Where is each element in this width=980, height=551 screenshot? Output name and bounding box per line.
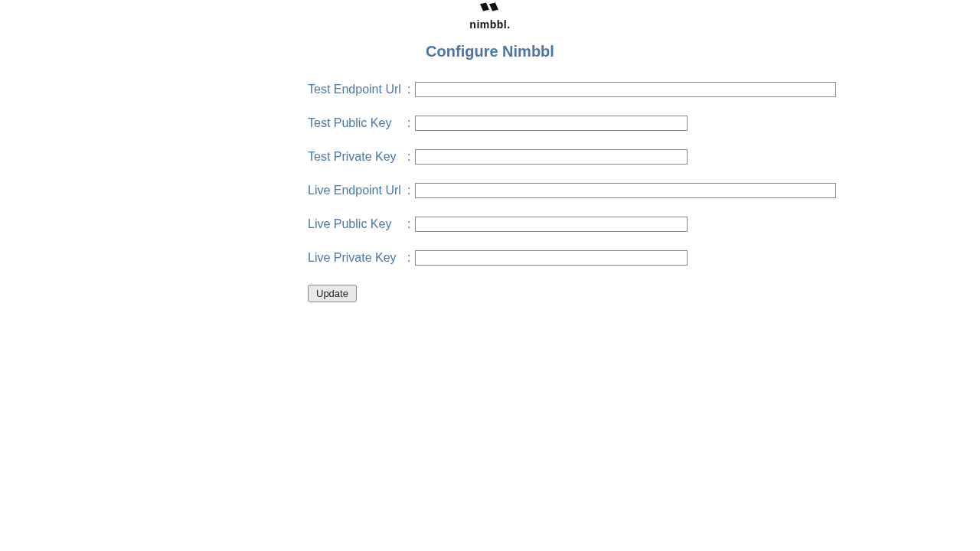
- label-test-private-key: Test Private Key: [308, 150, 407, 164]
- label-live-endpoint-url: Live Endpoint Url: [308, 184, 407, 197]
- brand-logo: nimbbl.: [0, 0, 980, 31]
- page-title: Configure Nimbbl: [0, 43, 980, 60]
- row-test-private-key: Test Private Key :: [308, 148, 844, 165]
- update-button[interactable]: Update: [308, 285, 357, 302]
- row-test-endpoint-url: Test Endpoint Url :: [308, 81, 844, 98]
- label-live-public-key: Live Public Key: [308, 217, 407, 231]
- colon: :: [407, 217, 415, 231]
- nimbbl-mark-icon: [475, 0, 505, 14]
- svg-marker-1: [489, 2, 498, 11]
- label-test-endpoint-url: Test Endpoint Url: [308, 83, 407, 96]
- colon: :: [407, 251, 415, 265]
- colon: :: [407, 184, 415, 197]
- colon: :: [407, 116, 415, 130]
- input-live-endpoint-url[interactable]: [415, 183, 836, 198]
- row-live-endpoint-url: Live Endpoint Url :: [308, 182, 844, 199]
- colon: :: [407, 150, 415, 164]
- row-live-public-key: Live Public Key :: [308, 216, 844, 233]
- colon: :: [407, 83, 415, 96]
- brand-logo-text: nimbbl.: [0, 18, 980, 31]
- svg-marker-0: [480, 2, 489, 11]
- label-live-private-key: Live Private Key: [308, 251, 407, 265]
- row-live-private-key: Live Private Key :: [308, 249, 844, 266]
- config-form: Test Endpoint Url : Test Public Key : Te…: [308, 81, 844, 302]
- input-test-private-key[interactable]: [415, 149, 688, 165]
- row-test-public-key: Test Public Key :: [308, 115, 844, 132]
- input-live-public-key[interactable]: [415, 217, 688, 232]
- label-test-public-key: Test Public Key: [308, 116, 407, 130]
- input-test-endpoint-url[interactable]: [415, 82, 836, 97]
- input-live-private-key[interactable]: [415, 250, 688, 266]
- input-test-public-key[interactable]: [415, 116, 688, 131]
